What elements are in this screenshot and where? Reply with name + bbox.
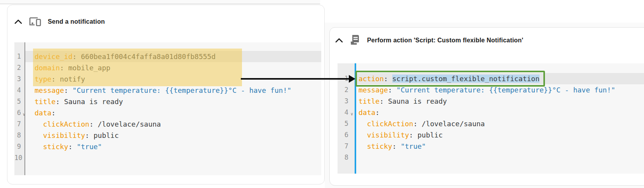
yaml-value: "true" [400, 142, 426, 150]
yaml-value: Sauna is ready [388, 97, 447, 105]
page: Send a notification 123456∨78910 device_… [0, 0, 644, 188]
yaml-colon: : [56, 97, 60, 106]
arrow-line [241, 78, 350, 80]
line-number: 5 [14, 96, 24, 107]
line-number: 7 [14, 118, 24, 130]
card-header: Send a notification [14, 16, 105, 28]
code-line[interactable]: data: [25, 107, 321, 118]
yaml-value: "Current temperature: {{temperature}}°C … [73, 86, 292, 94]
line-number: 3 [14, 73, 24, 85]
yaml-value: /lovelace/sauna [98, 120, 161, 128]
line-number: 2 [14, 62, 24, 73]
yaml-key: data [35, 109, 51, 117]
line-number: 9 [14, 141, 24, 152]
card-title: Send a notification [48, 18, 105, 25]
yaml-colon: : [413, 120, 418, 128]
yaml-colon: : [375, 108, 379, 117]
yaml-editor-send-notification[interactable]: 123456∨78910 device_id: 660bea1f004c4faf… [14, 42, 321, 175]
yaml-key: message [359, 86, 388, 94]
yaml-editor-perform-action[interactable]: 1234∨5678 action: script.custom_flexible… [338, 63, 644, 174]
line-number: 4 [14, 85, 24, 96]
yaml-value: /lovelace/sauna [422, 120, 485, 128]
yaml-colon: : [68, 143, 73, 151]
chevron-up-icon [335, 38, 343, 43]
yaml-value: public [94, 131, 119, 139]
yaml-colon: : [64, 86, 68, 94]
yaml-value: "true" [77, 143, 102, 151]
line-number: 1 [14, 51, 24, 62]
card-title: Perform action 'Script: Custom flexible … [367, 37, 523, 44]
code-line[interactable]: clickAction: /lovelace/sauna [25, 118, 321, 130]
code-line[interactable]: message: "Current temperature: {{tempera… [25, 85, 321, 96]
line-number: 8 [338, 152, 355, 163]
line-number: 10 [14, 152, 24, 164]
yaml-value: public [418, 131, 443, 139]
yaml-key: visibility [43, 131, 85, 139]
yaml-key: message [35, 86, 64, 94]
editor-content[interactable]: device_id: 660bea1f004c4faffa8a01d80fb85… [25, 42, 321, 175]
code-line[interactable]: visibility: public [25, 130, 321, 141]
devices-icon [28, 16, 42, 28]
yaml-key: clickAction [367, 120, 413, 128]
collapse-button[interactable] [14, 19, 22, 24]
yaml-colon: : [409, 131, 413, 139]
line-number: 8 [14, 130, 24, 141]
code-line[interactable] [25, 152, 321, 164]
line-number: 3 [338, 96, 355, 107]
yaml-colon: : [51, 109, 56, 117]
yaml-key: visibility [367, 131, 409, 139]
code-line[interactable] [356, 152, 644, 163]
yaml-key: clickAction [43, 120, 89, 128]
code-line[interactable]: title: Sauna is ready [356, 96, 644, 107]
yaml-key: sticky [367, 142, 392, 150]
line-number: 7 [338, 141, 355, 152]
yaml-colon: : [388, 86, 392, 94]
code-line[interactable]: data: [356, 107, 644, 118]
collapse-button[interactable] [335, 38, 343, 43]
annotation-yellow-highlight [33, 49, 242, 86]
line-number: 6 [338, 129, 355, 141]
card-perform-action: Perform action 'Script: Custom flexible … [329, 27, 644, 186]
yaml-key: data [359, 108, 375, 117]
line-number: 5 [338, 118, 355, 129]
yaml-key: sticky [43, 143, 68, 151]
yaml-colon: : [89, 120, 94, 128]
code-line[interactable]: title: Sauna is ready [25, 96, 321, 107]
script-icon [349, 34, 361, 47]
yaml-colon: : [379, 97, 384, 105]
yaml-key: title [359, 97, 379, 105]
yaml-value: "Current temperature: {{temperature}}°C … [397, 86, 616, 94]
top-edge-fragment [0, 0, 320, 4]
card-send-notification: Send a notification 123456∨78910 device_… [7, 5, 325, 185]
code-line[interactable]: sticky: "true" [25, 141, 321, 152]
yaml-colon: : [85, 131, 89, 139]
line-number: 6∨ [14, 107, 24, 118]
editor-gutter: 123456∨78910 [14, 42, 24, 175]
card-header: Perform action 'Script: Custom flexible … [335, 34, 523, 47]
code-line[interactable]: clickAction: /lovelace/sauna [356, 118, 644, 129]
yaml-colon: : [392, 142, 397, 150]
line-number: 2 [338, 84, 355, 96]
annotation-green-box [355, 71, 545, 87]
arrow-head-icon [349, 75, 355, 83]
code-line[interactable]: visibility: public [356, 129, 644, 141]
chevron-up-icon [14, 19, 22, 24]
yaml-value: Sauna is ready [64, 97, 123, 106]
yaml-key: title [35, 97, 56, 106]
line-number: 4∨ [338, 107, 355, 118]
code-line[interactable]: sticky: "true" [356, 141, 644, 152]
